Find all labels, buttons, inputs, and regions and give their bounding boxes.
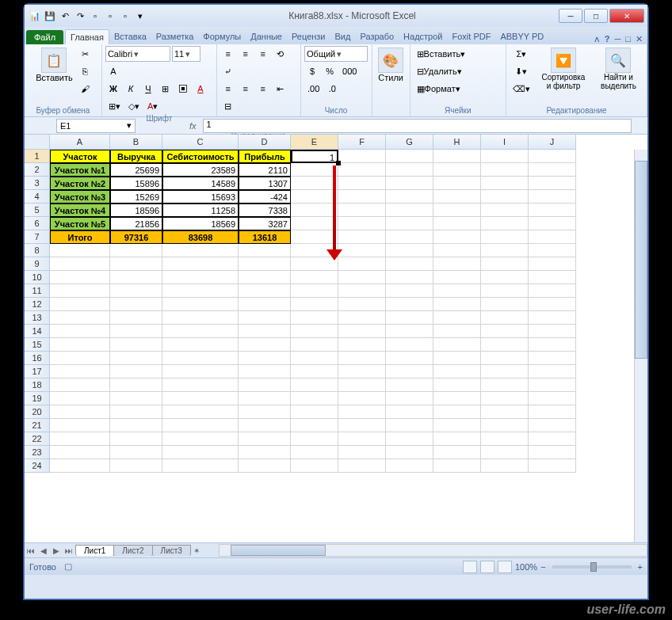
cell-C16[interactable] xyxy=(162,352,239,365)
cell-E5[interactable] xyxy=(291,203,338,217)
cell-J5[interactable] xyxy=(529,203,576,217)
cell-I8[interactable] xyxy=(481,244,529,257)
cell-I22[interactable] xyxy=(481,432,529,446)
cell-G1[interactable] xyxy=(386,150,433,163)
cell-C22[interactable] xyxy=(162,432,239,446)
cell-B6[interactable]: 21856 xyxy=(110,217,162,230)
cell-I7[interactable] xyxy=(481,230,529,244)
cell-F1[interactable] xyxy=(338,150,386,163)
cell-I3[interactable] xyxy=(481,177,529,190)
cell-D3[interactable]: 1307 xyxy=(239,177,291,190)
cell-E20[interactable] xyxy=(291,405,338,419)
tab-формулы[interactable]: Формулы xyxy=(198,29,246,44)
merge-icon[interactable]: ⊟ xyxy=(220,98,236,114)
zoom-in-icon[interactable]: + xyxy=(638,562,643,572)
fill-icon[interactable]: ◇▾ xyxy=(125,98,143,114)
cell-B16[interactable] xyxy=(110,352,162,365)
align-bottom-icon[interactable]: ≡ xyxy=(255,46,271,62)
cell-F16[interactable] xyxy=(338,352,386,365)
cell-A20[interactable] xyxy=(50,405,110,419)
tab-разметка[interactable]: Разметка xyxy=(151,29,199,44)
cell-B11[interactable] xyxy=(110,284,162,298)
cell-B15[interactable] xyxy=(110,338,162,352)
cell-C11[interactable] xyxy=(162,284,239,298)
cell-G16[interactable] xyxy=(386,352,433,365)
cell-B12[interactable] xyxy=(110,298,162,311)
align-center-icon[interactable]: ≡ xyxy=(238,81,254,97)
align-right-icon[interactable]: ≡ xyxy=(255,81,271,97)
autosum-icon[interactable]: Σ▾ xyxy=(510,46,533,62)
cell-H7[interactable] xyxy=(433,230,481,244)
cell-J2[interactable] xyxy=(529,163,576,177)
cell-I24[interactable] xyxy=(481,459,529,473)
row-header-8[interactable]: 8 xyxy=(25,244,50,257)
find-select-button[interactable]: 🔍 Найти и выделить xyxy=(594,46,643,92)
cell-H21[interactable] xyxy=(433,419,481,432)
cell-B3[interactable]: 15896 xyxy=(110,177,162,190)
cell-B8[interactable] xyxy=(110,244,162,257)
col-header-B[interactable]: B xyxy=(110,135,162,150)
cell-E23[interactable] xyxy=(291,446,338,459)
excel-icon[interactable]: 📊 xyxy=(28,9,42,23)
row-header-7[interactable]: 7 xyxy=(25,230,50,244)
delete-cells-button[interactable]: ⊟ Удалить ▾ xyxy=(414,63,502,79)
cell-C15[interactable] xyxy=(162,338,239,352)
cell-A5[interactable]: Участок №4 xyxy=(50,203,110,217)
cell-C5[interactable]: 11258 xyxy=(162,203,239,217)
inc-decimal-icon[interactable]: .00 xyxy=(304,81,323,97)
col-header-C[interactable]: C xyxy=(162,135,239,150)
cell-D17[interactable] xyxy=(239,365,291,378)
cell-I19[interactable] xyxy=(481,392,529,405)
cell-J22[interactable] xyxy=(529,432,576,446)
cell-C23[interactable] xyxy=(162,446,239,459)
cell-E18[interactable] xyxy=(291,378,338,392)
zoom-level[interactable]: 100% xyxy=(515,562,537,572)
cell-E11[interactable] xyxy=(291,284,338,298)
cell-J14[interactable] xyxy=(529,325,576,338)
dec-decimal-icon[interactable]: .0 xyxy=(324,81,340,97)
formula-input[interactable]: 1 xyxy=(203,119,632,133)
cell-C13[interactable] xyxy=(162,311,239,325)
cell-I17[interactable] xyxy=(481,365,529,378)
cell-G9[interactable] xyxy=(386,257,433,271)
cell-G17[interactable] xyxy=(386,365,433,378)
cell-A9[interactable] xyxy=(50,257,110,271)
cell-H11[interactable] xyxy=(433,284,481,298)
cell-I11[interactable] xyxy=(481,284,529,298)
row-header-14[interactable]: 14 xyxy=(25,325,50,338)
page-break-view-icon[interactable] xyxy=(498,561,512,573)
cell-B5[interactable]: 18596 xyxy=(110,203,162,217)
cell-E16[interactable] xyxy=(291,352,338,365)
cell-A13[interactable] xyxy=(50,311,110,325)
page-layout-view-icon[interactable] xyxy=(480,561,494,573)
cell-A3[interactable]: Участок №2 xyxy=(50,177,110,190)
tab-данные[interactable]: Данные xyxy=(246,29,287,44)
cell-C24[interactable] xyxy=(162,459,239,473)
cell-E4[interactable] xyxy=(291,190,338,203)
border-icon[interactable]: ⊞ xyxy=(158,81,174,97)
cell-E1[interactable]: 1 xyxy=(291,150,338,163)
cell-J16[interactable] xyxy=(529,352,576,365)
sort-filter-button[interactable]: 🔽 Сортировка и фильтр xyxy=(536,46,590,92)
cell-F2[interactable] xyxy=(338,163,386,177)
cell-C6[interactable]: 18569 xyxy=(162,217,239,230)
cell-D20[interactable] xyxy=(239,405,291,419)
last-sheet-icon[interactable]: ⏭ xyxy=(63,546,75,555)
cell-F20[interactable] xyxy=(338,405,386,419)
cell-A15[interactable] xyxy=(50,338,110,352)
window-min-icon[interactable]: ─ xyxy=(615,34,621,44)
comma-icon[interactable]: 000 xyxy=(339,63,360,79)
cell-G15[interactable] xyxy=(386,338,433,352)
cell-F10[interactable] xyxy=(338,271,386,284)
cell-B18[interactable] xyxy=(110,378,162,392)
cell-I15[interactable] xyxy=(481,338,529,352)
cell-G8[interactable] xyxy=(386,244,433,257)
cell-G21[interactable] xyxy=(386,419,433,432)
cell-H23[interactable] xyxy=(433,446,481,459)
row-header-17[interactable]: 17 xyxy=(25,365,50,378)
cell-D23[interactable] xyxy=(239,446,291,459)
cell-E7[interactable] xyxy=(291,230,338,244)
cell-B14[interactable] xyxy=(110,325,162,338)
cell-I5[interactable] xyxy=(481,203,529,217)
row-header-2[interactable]: 2 xyxy=(25,163,50,177)
